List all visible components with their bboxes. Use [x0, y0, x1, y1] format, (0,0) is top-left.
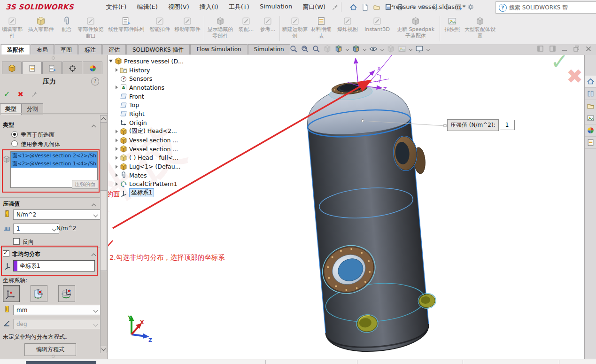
menu-file[interactable]: 文件(F) [102, 1, 131, 13]
tab-simulation[interactable]: Simulation [248, 44, 290, 54]
ribbon-update-speedpak[interactable]: 更新 Speedpak 子装配体 [393, 16, 439, 40]
menu-simulation[interactable]: Simulation [255, 1, 296, 13]
tab-addins[interactable]: SOLIDWORKS 插件 [126, 44, 190, 54]
menu-window[interactable]: 窗口(W) [298, 1, 330, 13]
tab-evaluate[interactable]: 评估 [102, 44, 126, 54]
zoom-fit-icon[interactable] [289, 45, 298, 53]
ribbon-linear-pattern[interactable]: 线性零部件阵列 [105, 16, 147, 33]
pressure-unit-dropdown[interactable]: N/m^2 [13, 209, 101, 220]
ribbon-component-preview[interactable]: 零部件预览窗口 [76, 16, 105, 40]
tree-item-annotations[interactable]: Annotations [109, 83, 250, 92]
pm-scrollbar[interactable] [100, 115, 108, 352]
pm-scroll-up[interactable] [100, 115, 107, 123]
ribbon-instant3d[interactable]: Instant3D [362, 16, 393, 33]
ribbon-edit-component[interactable]: 编辑零部件 [0, 16, 24, 40]
ribbon-exploded-view[interactable]: 爆炸视图 [333, 16, 362, 33]
tab-sketch[interactable]: 草图 [54, 44, 78, 54]
taskpane-appearances-tab[interactable] [585, 124, 596, 137]
pane-left-icon[interactable] [537, 46, 543, 52]
featuremanager-tab[interactable] [2, 62, 22, 74]
pm-pin-icon[interactable] [31, 91, 38, 98]
cylindrical-axes-button[interactable] [31, 285, 47, 302]
hide-show-icon[interactable] [369, 45, 378, 53]
tree-item-right-plane[interactable]: Right [109, 109, 250, 118]
pressure-group-header[interactable]: 压强值 [3, 200, 20, 208]
section-view-icon[interactable] [334, 45, 343, 53]
displaymanager-tab[interactable] [83, 62, 102, 74]
taskpane-home-tab[interactable] [585, 76, 596, 88]
tree-item-lug[interactable]: Lug<1> (Defau... [109, 162, 250, 171]
tree-item-origin[interactable]: Origin [109, 118, 250, 127]
appearance-icon[interactable] [387, 45, 395, 53]
callout-value-input[interactable] [500, 120, 515, 130]
tree-item-front-plane[interactable]: Front [109, 92, 250, 101]
taskpane-explorer-tab[interactable] [585, 100, 596, 112]
new-doc-icon[interactable] [360, 2, 370, 12]
ribbon-assembly-features[interactable]: 装配... [235, 16, 257, 33]
pin-menu-icon[interactable] [332, 3, 339, 11]
home-icon[interactable] [348, 2, 358, 12]
pm-scrollbar-thumb[interactable] [100, 190, 107, 271]
ribbon-new-motion-study[interactable]: 新建运动算例 [281, 16, 309, 40]
tree-item-history[interactable]: History [109, 66, 250, 75]
ribbon-reference-geometry[interactable]: 参考... [257, 16, 279, 33]
ribbon-mate[interactable]: 配合 [57, 16, 76, 33]
propertymanager-tab[interactable] [22, 62, 42, 74]
taskpane-palette-tab[interactable] [585, 112, 596, 124]
open-icon[interactable] [372, 2, 382, 12]
tree-item-sensors[interactable]: Sensors [109, 74, 250, 83]
menu-edit[interactable]: 编辑(E) [132, 1, 162, 13]
ribbon-take-snapshot[interactable]: 拍快照 [441, 16, 464, 33]
menu-tools[interactable]: 工具(T) [224, 1, 254, 13]
restore-icon[interactable] [573, 46, 580, 52]
tree-item-vessel-section-1[interactable]: Vessel section ... [109, 145, 250, 154]
ribbon-insert-component[interactable]: 插入零部件 [24, 16, 57, 33]
tree-item-top-plane[interactable]: Top [109, 101, 250, 109]
tab-layout[interactable]: 布局 [31, 44, 54, 54]
tree-item-head2[interactable]: (固定) Head<2... [109, 127, 250, 136]
tree-item-mates[interactable]: Mates [109, 171, 250, 180]
edit-equation-button[interactable]: 编辑方程式 [24, 343, 76, 356]
confirm-ok-button[interactable]: ✓ [550, 51, 569, 72]
tree-item-coordinate-system[interactable]: 坐标系1 [109, 188, 250, 197]
type-group-header[interactable]: 类型 [3, 121, 14, 129]
close-icon[interactable] [586, 46, 591, 52]
previous-view-icon[interactable] [323, 45, 332, 53]
tab-assembly[interactable]: 装配体 [1, 44, 30, 54]
scene-icon[interactable] [398, 45, 406, 53]
reverse-direction-checkbox[interactable]: 反向 [13, 238, 34, 246]
tree-item-localcirpattern[interactable]: LocalCirPattern1 [109, 180, 250, 189]
ribbon-large-assembly[interactable]: 大型装配体设置 [464, 16, 496, 40]
ribbon-move-component[interactable]: 移动零部件 [172, 16, 203, 33]
pm-help-icon[interactable]: ? [91, 77, 99, 85]
tree-item-vessel-section-2[interactable]: Vessel section ... [109, 136, 250, 145]
options-gear-icon[interactable] [465, 2, 476, 12]
ribbon-show-hidden[interactable]: 显示隐藏的零部件 [205, 16, 235, 40]
zoom-selected-icon[interactable] [312, 45, 320, 53]
cartesian-axes-button[interactable] [3, 285, 20, 302]
angle-unit-dropdown[interactable]: deg [13, 319, 101, 329]
model-tabs-fragment[interactable] [26, 361, 96, 364]
tab-markup[interactable]: 标注 [78, 44, 102, 54]
menu-insert[interactable]: 插入(I) [195, 1, 223, 13]
menu-view[interactable]: 视图(V) [164, 1, 194, 13]
dimxpertmanager-tab[interactable] [62, 62, 82, 74]
pm-scroll-down[interactable] [100, 346, 107, 353]
configurationmanager-tab[interactable] [42, 62, 62, 74]
pressure-value-combo[interactable]: 1 [13, 224, 59, 234]
pm-ok-button[interactable]: ✓ [4, 90, 10, 99]
confirm-cancel-button[interactable]: ✖ [566, 67, 583, 86]
ribbon-bom[interactable]: 材料明细表 [309, 16, 333, 40]
taskpane-library-tab[interactable] [585, 88, 596, 100]
tab-flow-simulation[interactable]: Flow Simulation [190, 44, 247, 54]
view-orientation-icon[interactable] [352, 45, 360, 53]
view-settings-icon[interactable] [415, 45, 424, 53]
taskpane-properties-tab[interactable] [585, 137, 596, 149]
pm-cancel-button[interactable]: ✖ [17, 90, 23, 99]
spherical-axes-button[interactable] [58, 285, 75, 302]
tree-root[interactable]: Pressure vessel (D... [109, 57, 250, 66]
tree-item-head-full[interactable]: (-) Head - full<... [109, 154, 250, 163]
ribbon-smart-fasteners[interactable]: 智能扣件 [147, 16, 172, 33]
length-unit-dropdown[interactable]: mm [13, 305, 101, 315]
zoom-area-icon[interactable] [301, 45, 309, 53]
